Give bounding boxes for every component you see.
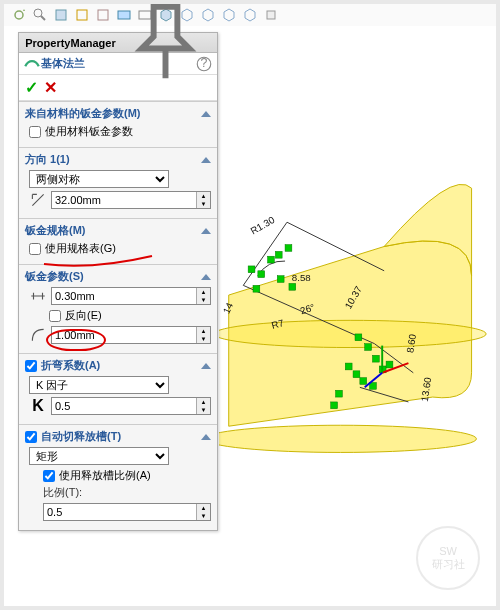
svg-rect-23 <box>253 285 260 292</box>
svg-rect-26 <box>372 355 379 362</box>
svg-rect-20 <box>285 245 292 252</box>
material-section-title: 来自材料的钣金参数(M) <box>25 106 141 121</box>
bend-allowance-enable[interactable] <box>25 360 37 372</box>
spin-down[interactable]: ▼ <box>197 335 210 343</box>
tb-iso4[interactable] <box>241 6 259 24</box>
collapse-icon[interactable] <box>201 434 211 440</box>
collapse-icon[interactable] <box>201 274 211 280</box>
svg-rect-32 <box>353 371 360 378</box>
collapse-icon[interactable] <box>201 111 211 117</box>
collapse-icon[interactable] <box>201 363 211 369</box>
svg-rect-16 <box>248 266 255 273</box>
tb-view[interactable] <box>262 6 280 24</box>
gauge-section-title: 钣金规格(M) <box>25 223 86 238</box>
tb-iso3[interactable] <box>220 6 238 24</box>
svg-text:?: ? <box>201 56 208 70</box>
svg-rect-33 <box>336 390 343 397</box>
relief-type-select[interactable]: 矩形 <box>29 447 169 465</box>
svg-text:13.60: 13.60 <box>419 376 433 402</box>
bend-radius-icon <box>29 326 47 344</box>
thickness-input[interactable] <box>52 288 196 304</box>
svg-rect-17 <box>258 271 265 278</box>
tb-next[interactable] <box>94 6 112 24</box>
tb-rotate[interactable] <box>10 6 28 24</box>
svg-rect-25 <box>365 344 372 351</box>
auto-relief-enable[interactable] <box>25 431 37 443</box>
bend-section-title: 折弯系数(A) <box>41 358 100 373</box>
svg-point-1 <box>34 9 42 17</box>
svg-rect-34 <box>331 402 338 409</box>
pm-title: PropertyManager <box>23 37 118 49</box>
use-material-checkbox[interactable]: 使用材料钣金参数 <box>29 124 211 139</box>
spin-down[interactable]: ▼ <box>197 200 210 208</box>
svg-text:R1.30: R1.30 <box>249 214 277 237</box>
svg-rect-31 <box>345 363 352 370</box>
view-toolbar <box>4 4 496 26</box>
svg-line-2 <box>41 16 45 20</box>
bend-radius-input[interactable] <box>52 327 196 343</box>
spin-up[interactable]: ▲ <box>197 288 210 296</box>
tb-section[interactable] <box>52 6 70 24</box>
direction-section-title: 方向 1(1) <box>25 152 70 167</box>
property-manager-panel: PropertyManager 基体法兰 ? ✓ ✕ 来自材料的钣金参数(M) … <box>18 32 218 531</box>
tb-prev[interactable] <box>73 6 91 24</box>
svg-rect-3 <box>56 10 66 20</box>
spin-up[interactable]: ▲ <box>197 192 210 200</box>
use-gauge-checkbox[interactable]: 使用规格表(G) <box>29 241 211 256</box>
pin-icon[interactable] <box>118 34 213 52</box>
relief-ratio-input[interactable] <box>44 504 196 520</box>
help-icon[interactable]: ? <box>195 55 213 73</box>
sheetmetal-section-title: 钣金参数(S) <box>25 269 84 284</box>
svg-rect-22 <box>289 283 296 290</box>
spin-down[interactable]: ▼ <box>197 296 210 304</box>
cancel-button[interactable]: ✕ <box>44 78 57 97</box>
svg-rect-4 <box>77 10 87 20</box>
svg-rect-28 <box>386 361 393 368</box>
svg-rect-21 <box>277 276 284 283</box>
k-factor-input[interactable] <box>52 398 196 414</box>
base-flange-icon <box>23 55 41 73</box>
use-relief-ratio-checkbox[interactable]: 使用释放槽比例(A) <box>43 468 211 483</box>
ok-button[interactable]: ✓ <box>25 78 38 97</box>
spin-down[interactable]: ▼ <box>197 406 210 414</box>
k-symbol: K <box>29 397 47 415</box>
bend-method-select[interactable]: K 因子 <box>29 376 169 394</box>
svg-rect-24 <box>355 334 362 341</box>
svg-rect-5 <box>98 10 108 20</box>
svg-point-0 <box>15 11 23 19</box>
svg-text:8.58: 8.58 <box>292 272 311 283</box>
depth-icon <box>29 191 47 209</box>
reverse-checkbox[interactable]: 反向(E) <box>49 308 211 323</box>
tb-zoom[interactable] <box>31 6 49 24</box>
svg-rect-8 <box>267 11 275 19</box>
ratio-label: 比例(T): <box>43 485 211 500</box>
collapse-icon[interactable] <box>201 157 211 163</box>
spin-up[interactable]: ▲ <box>197 504 210 512</box>
spin-down[interactable]: ▼ <box>197 512 210 520</box>
feature-name: 基体法兰 <box>41 56 195 71</box>
graphics-viewport[interactable]: R1.30 8.58 26° 10.37 R7 13.60 8.60 14 <box>219 28 491 601</box>
svg-rect-29 <box>360 378 367 385</box>
svg-rect-19 <box>275 251 282 258</box>
pm-header: PropertyManager <box>19 33 217 53</box>
spin-up[interactable]: ▲ <box>197 327 210 335</box>
thickness-icon <box>29 287 47 305</box>
collapse-icon[interactable] <box>201 228 211 234</box>
svg-rect-18 <box>268 256 275 263</box>
svg-point-9 <box>219 425 476 452</box>
relief-section-title: 自动切释放槽(T) <box>41 429 121 444</box>
depth-input[interactable] <box>52 192 196 208</box>
watermark: SW研习社 <box>416 526 480 590</box>
spin-up[interactable]: ▲ <box>197 398 210 406</box>
direction-mode-select[interactable]: 两侧对称 <box>29 170 169 188</box>
